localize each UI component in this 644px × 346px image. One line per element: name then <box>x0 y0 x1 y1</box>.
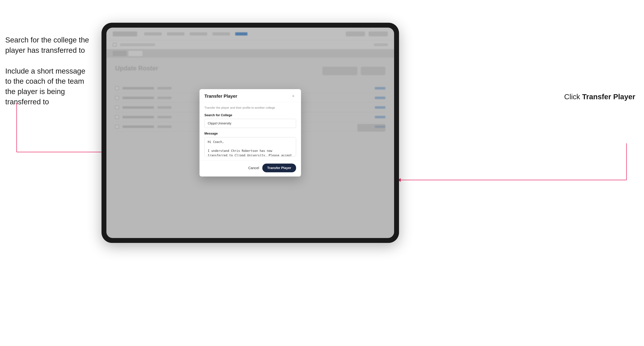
annotation-transfer-player-label: Transfer Player <box>582 93 635 101</box>
annotation-click-prefix: Click <box>564 93 582 101</box>
modal-title: Transfer Player <box>204 93 237 99</box>
modal-footer: Cancel Transfer Player <box>200 160 301 176</box>
transfer-player-modal: Transfer Player × Transfer the player an… <box>200 89 301 176</box>
message-textarea[interactable] <box>204 137 296 156</box>
modal-overlay: Transfer Player × Transfer the player an… <box>106 28 394 238</box>
search-college-label: Search for College <box>204 113 296 117</box>
search-college-input[interactable] <box>204 119 296 128</box>
annotation-left: Search for the college the player has tr… <box>5 35 93 118</box>
modal-header: Transfer Player × <box>200 89 301 102</box>
tablet-screen: Update Roster <box>106 28 394 238</box>
cancel-button[interactable]: Cancel <box>248 166 259 170</box>
annotation-right: Click Transfer Player <box>564 93 635 101</box>
transfer-player-button[interactable]: Transfer Player <box>262 164 296 172</box>
annotation-search-text: Search for the college the player has tr… <box>5 35 93 56</box>
message-label: Message <box>204 132 296 135</box>
close-icon[interactable]: × <box>290 93 296 99</box>
modal-subtitle: Transfer the player and their profile to… <box>204 106 296 110</box>
annotation-message-text: Include a short message to the coach of … <box>5 66 93 107</box>
tablet-device: Update Roster <box>102 23 399 243</box>
modal-body: Transfer the player and their profile to… <box>200 102 301 160</box>
